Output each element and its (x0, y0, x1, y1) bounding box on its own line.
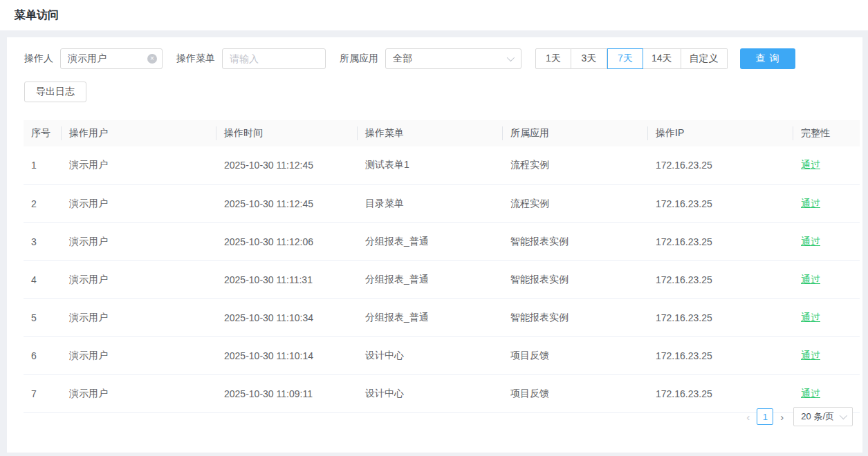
page-number-1[interactable]: 1 (757, 408, 773, 425)
cell-index: 4 (24, 260, 62, 298)
cell-integrity: 通过 (793, 222, 860, 260)
app-label: 所属应用 (340, 53, 378, 65)
cell-ip: 172.16.23.25 (648, 146, 793, 184)
column-header: 操作用户 (62, 120, 216, 146)
pagination: ‹ 1 › 20 条/页 (742, 407, 853, 426)
range-button-3[interactable]: 7天 (607, 48, 643, 69)
cell-ip: 172.16.23.25 (648, 184, 793, 222)
menu-label: 操作菜单 (176, 53, 215, 65)
cell-ip: 172.16.23.25 (648, 222, 793, 260)
cell-index: 2 (24, 184, 62, 222)
cell-app: 智能报表实例 (503, 222, 648, 260)
cell-menu: 分组报表_普通 (358, 298, 503, 336)
cell-time: 2025-10-30 11:12:45 (216, 146, 358, 184)
cell-time: 2025-10-30 11:10:34 (216, 298, 358, 336)
page-size-value: 20 条/页 (801, 410, 834, 423)
integrity-pass-link[interactable]: 通过 (801, 274, 820, 285)
integrity-pass-link[interactable]: 通过 (801, 159, 820, 170)
app-select[interactable]: 全部 (385, 48, 521, 69)
range-button-1[interactable]: 1天 (535, 48, 571, 69)
cell-menu: 目录菜单 (358, 184, 503, 222)
integrity-pass-link[interactable]: 通过 (801, 236, 820, 247)
table-row: 4演示用户2025-10-30 11:11:31分组报表_普通智能报表实例172… (24, 260, 860, 298)
cell-menu: 设计中心 (358, 336, 503, 374)
column-header: 序号 (24, 120, 62, 146)
cell-index: 3 (24, 222, 62, 260)
cell-user: 演示用户 (62, 146, 216, 184)
range-button-2[interactable]: 3天 (571, 48, 607, 69)
cell-index: 6 (24, 336, 62, 374)
cell-index: 5 (24, 298, 62, 336)
column-header: 操作时间 (216, 120, 358, 146)
next-page-button[interactable]: › (776, 412, 788, 422)
table-row: 2演示用户2025-10-30 11:12:45目录菜单流程实例172.16.2… (24, 184, 860, 222)
cell-integrity: 通过 (793, 184, 860, 222)
cell-menu: 分组报表_普通 (358, 222, 503, 260)
clear-icon[interactable]: × (147, 54, 157, 64)
range-button-4[interactable]: 14天 (643, 48, 681, 69)
cell-time: 2025-10-30 11:10:14 (216, 336, 358, 374)
cell-app: 智能报表实例 (503, 298, 648, 336)
cell-user: 演示用户 (62, 260, 216, 298)
table-row: 6演示用户2025-10-30 11:10:14设计中心项目反馈172.16.2… (24, 336, 860, 374)
table-row: 5演示用户2025-10-30 11:10:34分组报表_普通智能报表实例172… (24, 298, 860, 336)
search-button[interactable]: 查询 (740, 48, 795, 69)
cell-user: 演示用户 (62, 222, 216, 260)
page-size-select[interactable]: 20 条/页 (793, 407, 853, 426)
table-row: 1演示用户2025-10-30 11:12:45测试表单1流程实例172.16.… (24, 146, 860, 184)
table-row: 3演示用户2025-10-30 11:12:06分组报表_普通智能报表实例172… (24, 222, 860, 260)
cell-menu: 设计中心 (358, 374, 503, 412)
cell-time: 2025-10-30 11:09:11 (216, 374, 358, 412)
content-panel: 操作人 × 操作菜单 所属应用 全部 1天3天7天14天自定义 查询 导出日志 … (7, 37, 862, 453)
cell-integrity: 通过 (793, 336, 860, 374)
cell-index: 1 (24, 146, 62, 184)
integrity-pass-link[interactable]: 通过 (801, 350, 820, 361)
cell-app: 智能报表实例 (503, 260, 648, 298)
cell-time: 2025-10-30 11:11:31 (216, 260, 358, 298)
integrity-pass-link[interactable]: 通过 (801, 388, 820, 399)
prev-page-button[interactable]: ‹ (742, 412, 754, 422)
cell-menu: 分组报表_普通 (358, 260, 503, 298)
integrity-pass-link[interactable]: 通过 (801, 198, 820, 209)
cell-integrity: 通过 (793, 146, 860, 184)
cell-time: 2025-10-30 11:12:06 (216, 222, 358, 260)
top-header-bar: 菜单访问 (0, 0, 868, 30)
chevron-down-icon (840, 412, 847, 419)
operator-label: 操作人 (24, 53, 53, 65)
cell-user: 演示用户 (62, 298, 216, 336)
chevron-down-icon (507, 54, 515, 61)
column-header: 操作菜单 (358, 120, 503, 146)
cell-app: 流程实例 (503, 184, 648, 222)
cell-menu: 测试表单1 (358, 146, 503, 184)
column-header: 操作IP (648, 120, 793, 146)
export-log-button[interactable]: 导出日志 (24, 82, 86, 102)
date-range-group: 1天3天7天14天自定义 (535, 48, 728, 69)
range-button-5[interactable]: 自定义 (681, 48, 728, 69)
cell-ip: 172.16.23.25 (648, 336, 793, 374)
cell-index: 7 (24, 374, 62, 412)
cell-ip: 172.16.23.25 (648, 298, 793, 336)
cell-user: 演示用户 (62, 336, 216, 374)
cell-app: 项目反馈 (503, 374, 648, 412)
integrity-pass-link[interactable]: 通过 (801, 312, 820, 323)
cell-integrity: 通过 (793, 298, 860, 336)
cell-integrity: 通过 (793, 260, 860, 298)
access-log-table: 序号操作用户操作时间操作菜单所属应用操作IP完整性 1演示用户2025-10-3… (24, 120, 860, 413)
column-header: 完整性 (793, 120, 860, 146)
filter-row: 操作人 × 操作菜单 所属应用 全部 1天3天7天14天自定义 查询 (17, 48, 853, 69)
export-row: 导出日志 (17, 82, 853, 102)
table-body: 1演示用户2025-10-30 11:12:45测试表单1流程实例172.16.… (24, 146, 860, 412)
operator-input-wrap: × (60, 48, 163, 69)
menu-input-wrap (222, 48, 326, 69)
cell-time: 2025-10-30 11:12:45 (216, 184, 358, 222)
table-row: 7演示用户2025-10-30 11:09:11设计中心项目反馈172.16.2… (24, 374, 860, 412)
cell-user: 演示用户 (62, 184, 216, 222)
column-header: 所属应用 (503, 120, 648, 146)
table-header-row: 序号操作用户操作时间操作菜单所属应用操作IP完整性 (24, 120, 860, 146)
app-select-value: 全部 (393, 53, 412, 65)
page-title: 菜单访问 (15, 8, 59, 23)
cell-user: 演示用户 (62, 374, 216, 412)
menu-input[interactable] (222, 48, 326, 69)
cell-ip: 172.16.23.25 (648, 260, 793, 298)
cell-app: 项目反馈 (503, 336, 648, 374)
